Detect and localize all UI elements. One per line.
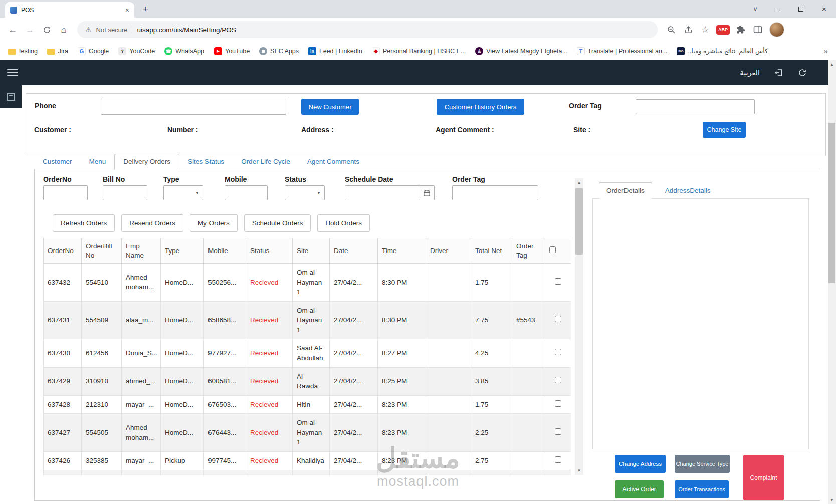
tab-order-details[interactable]: OrderDetails — [599, 182, 652, 199]
tab-customer[interactable]: Customer — [34, 154, 81, 169]
calendar-button[interactable] — [419, 185, 435, 200]
language-switch-link[interactable]: العربية — [740, 69, 760, 77]
filter-orderno-input[interactable] — [43, 185, 88, 200]
tab-order-life-cycle[interactable]: Order Life Cycle — [233, 154, 299, 169]
bookmark-sec-apps[interactable]: SEC Apps — [259, 47, 299, 55]
window-close-button[interactable]: × — [812, 0, 836, 18]
orders-scrollbar[interactable]: ▲ ▼ — [575, 178, 583, 475]
bookmark-hsbc[interactable]: Personal Banking | HSBC E... — [372, 47, 466, 55]
new-tab-button[interactable]: + — [138, 2, 152, 16]
scroll-down-icon[interactable]: ▼ — [828, 496, 836, 504]
tab-agent-comments[interactable]: Agent Comments — [299, 154, 368, 169]
bookmark-youtube[interactable]: YouTube — [214, 47, 250, 55]
col-select-all — [545, 238, 571, 264]
scroll-down-icon[interactable]: ▼ — [575, 466, 583, 475]
row-checkbox[interactable] — [555, 316, 561, 322]
forward-icon[interactable]: → — [21, 21, 38, 38]
bookmarks-overflow-chevron-icon[interactable]: » — [824, 47, 828, 55]
not-secure-warning-icon[interactable]: ⚠ — [85, 26, 92, 34]
phone-input[interactable] — [101, 99, 286, 115]
filter-status-label: Status — [285, 175, 306, 183]
zoom-icon[interactable] — [663, 21, 680, 38]
col-date: Date — [330, 238, 378, 264]
tab-menu[interactable]: Menu — [81, 154, 115, 169]
scrollbar-thumb[interactable] — [828, 123, 835, 283]
hamburger-menu-icon[interactable] — [7, 69, 18, 76]
change-address-button[interactable]: Change Address — [615, 455, 666, 473]
extensions-puzzle-icon[interactable] — [732, 21, 749, 38]
share-icon[interactable] — [680, 21, 697, 38]
bookmark-jira[interactable]: Jira — [47, 48, 68, 55]
new-customer-button[interactable]: New Customer — [301, 99, 359, 115]
bookmark-premier-league[interactable]: View Latest Magdy Elgheta... — [475, 47, 567, 55]
filter-status-select[interactable]: ▼ — [285, 185, 325, 200]
filter-order-tag-input[interactable] — [452, 185, 538, 200]
complaint-button[interactable]: Complaint — [743, 455, 784, 500]
home-icon[interactable]: ⌂ — [55, 21, 72, 38]
browser-tab-strip: POS × + ∨ × — [0, 0, 836, 18]
address-bar[interactable]: ⚠ Not secure uisapp.com/uis/MainSetting/… — [77, 21, 658, 38]
schedule-orders-button[interactable]: Schedule Orders — [244, 214, 311, 232]
bookmark-star-icon[interactable]: ☆ — [697, 21, 714, 38]
row-checkbox[interactable] — [555, 400, 561, 407]
logout-icon[interactable] — [774, 68, 784, 77]
collapsed-sidebar[interactable] — [0, 85, 22, 108]
bookmark-google[interactable]: Google — [78, 47, 109, 55]
refresh-orders-button[interactable]: Refresh Orders — [53, 214, 115, 232]
sync-icon[interactable] — [798, 68, 807, 77]
table-row[interactable]: 637429 310910 ahmed_... HomeD... 600581.… — [44, 367, 571, 395]
tab-sites-status[interactable]: Sites Status — [179, 154, 233, 169]
bookmark-365scores[interactable]: كأس العالم: نتائج مباشرة ومبا.. — [677, 47, 768, 55]
table-row-clipped[interactable] — [44, 470, 571, 475]
bookmark-whatsapp[interactable]: WhatsApp — [164, 47, 204, 55]
table-row[interactable]: 637431 554509 alaa_m... HomeD... 658658.… — [44, 301, 571, 339]
profile-avatar[interactable] — [769, 22, 784, 37]
tab-address-details[interactable]: AddressDetails — [665, 183, 711, 199]
tab-close-icon[interactable]: × — [125, 6, 129, 14]
maximize-button[interactable] — [789, 0, 812, 18]
adblock-extension-icon[interactable]: ABP — [716, 25, 730, 35]
change-service-type-button[interactable]: Change Service Type — [675, 455, 730, 473]
bookmark-youcode[interactable]: YouCode — [118, 47, 155, 55]
order-tag-input[interactable] — [636, 99, 755, 114]
filter-billno-input[interactable] — [103, 185, 147, 200]
scroll-up-icon[interactable]: ▲ — [828, 60, 836, 68]
select-all-checkbox[interactable] — [549, 246, 556, 253]
table-row[interactable]: 637428 212310 mayar_... HomeD... 676503.… — [44, 395, 571, 414]
table-row[interactable]: 637430 612456 Donia_S... HomeD... 977927… — [44, 339, 571, 367]
hold-orders-button[interactable]: Hold Orders — [317, 214, 370, 232]
row-checkbox[interactable] — [555, 278, 561, 285]
side-panel-icon[interactable] — [749, 21, 766, 38]
table-row[interactable]: 637432 554510 Ahmed moham... HomeD... 55… — [44, 264, 571, 302]
reload-icon[interactable] — [38, 21, 55, 38]
bookmark-linkedin[interactable]: Feed | LinkedIn — [308, 47, 362, 55]
filter-mobile-input[interactable] — [225, 185, 268, 200]
tab-delivery-orders[interactable]: Delivery Orders — [114, 154, 179, 170]
schedule-date-input[interactable] — [345, 185, 419, 200]
browser-tab[interactable]: POS × — [5, 2, 134, 18]
active-order-button[interactable]: Active Order — [615, 480, 664, 498]
row-checkbox[interactable] — [555, 377, 561, 383]
change-site-button[interactable]: Change Site — [703, 122, 746, 138]
my-orders-button[interactable]: My Orders — [190, 214, 238, 232]
scroll-up-icon[interactable]: ▲ — [575, 178, 583, 187]
row-checkbox[interactable] — [555, 456, 561, 463]
table-row[interactable]: 637427 554505 Ahmed moham... HomeD... 67… — [44, 414, 571, 452]
row-checkbox[interactable] — [555, 428, 561, 435]
back-icon[interactable]: ← — [4, 21, 21, 38]
filter-type-select[interactable]: ▼ — [163, 185, 203, 200]
bookmark-testing[interactable]: testing — [8, 48, 38, 55]
order-transactions-button[interactable]: Order Transactions — [675, 480, 729, 498]
scrollbar-thumb[interactable] — [575, 188, 583, 255]
customer-history-orders-button[interactable]: Customer History Orders — [437, 99, 524, 115]
row-checkbox[interactable] — [555, 349, 561, 355]
table-row[interactable]: 637426 325385 mayar_... Pickup 997745...… — [44, 451, 571, 470]
tab-search-chevron-icon[interactable]: ∨ — [745, 5, 765, 13]
url-text[interactable]: uisapp.com/uis/MainSetting/POS — [137, 26, 236, 34]
minimize-button[interactable] — [765, 0, 789, 18]
omnibox-divider — [132, 26, 132, 34]
page-scrollbar[interactable]: ▲ ▼ — [828, 60, 836, 504]
bookmark-translate[interactable]: Translate | Professional an... — [577, 47, 667, 55]
pos-favicon-icon — [10, 7, 17, 14]
resend-orders-button[interactable]: Resend Orders — [121, 214, 183, 232]
